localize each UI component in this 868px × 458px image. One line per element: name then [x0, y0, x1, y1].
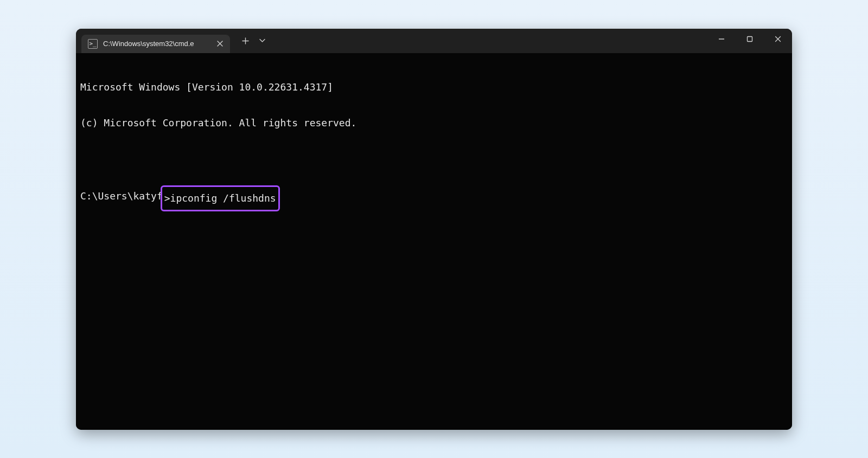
prompt-path: C:\Users\katyf [80, 190, 163, 202]
tab-title: C:\Windows\system32\cmd.e [103, 40, 209, 48]
tab-dropdown-button[interactable] [255, 33, 269, 49]
minimize-button[interactable] [707, 29, 736, 49]
minimize-icon [718, 36, 725, 42]
maximize-icon [746, 36, 753, 42]
tab-actions [237, 29, 269, 53]
close-window-button[interactable] [764, 29, 792, 49]
new-tab-button[interactable] [237, 33, 254, 49]
prompt-symbol: > [164, 188, 170, 209]
output-line: (c) Microsoft Corporation. All rights re… [80, 117, 788, 129]
close-tab-icon[interactable] [215, 39, 225, 49]
close-icon [775, 36, 781, 42]
blank-line [80, 153, 788, 165]
command-highlight: >ipconfig /flushdns [161, 185, 280, 211]
svg-rect-0 [748, 36, 752, 41]
prompt-line: C:\Users\katyf>ipconfig /flushdns [80, 189, 788, 209]
output-line: Microsoft Windows [Version 10.0.22631.43… [80, 81, 788, 93]
chevron-down-icon [259, 38, 265, 43]
maximize-button[interactable] [736, 29, 764, 49]
plus-icon [242, 37, 249, 44]
window-controls [707, 29, 792, 53]
command-text: ipconfig /flushdns [170, 188, 276, 209]
cmd-icon: >_ [88, 39, 98, 49]
titlebar[interactable]: >_ C:\Windows\system32\cmd.e [76, 29, 792, 53]
terminal-window: >_ C:\Windows\system32\cmd.e [76, 29, 792, 430]
tab-active[interactable]: >_ C:\Windows\system32\cmd.e [81, 35, 230, 53]
terminal-output[interactable]: Microsoft Windows [Version 10.0.22631.43… [76, 53, 792, 430]
